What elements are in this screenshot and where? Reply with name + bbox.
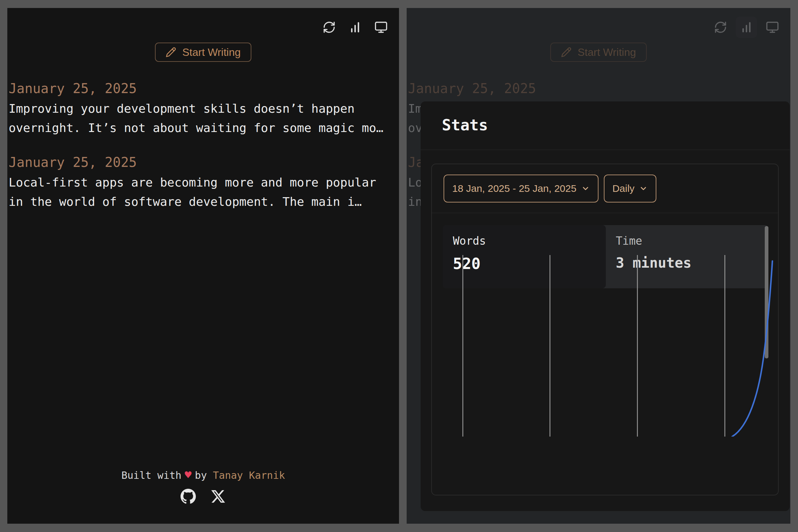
start-writing-button[interactable]: Start Writing xyxy=(155,42,251,62)
words-line-chart xyxy=(432,255,778,437)
pencil-icon xyxy=(166,47,176,58)
refresh-button xyxy=(710,17,731,38)
stats-button-active xyxy=(736,17,757,38)
time-label: Time xyxy=(616,234,758,247)
refresh-icon xyxy=(323,21,336,34)
toolbar xyxy=(319,17,392,38)
x-link[interactable] xyxy=(210,489,226,506)
app-window-left: Start Writing January 25, 2025 Improving… xyxy=(7,8,399,524)
entry-preview-line: in the world of software development. Th… xyxy=(8,192,398,211)
bar-chart-icon xyxy=(348,21,362,34)
controls-divider xyxy=(432,213,778,213)
granularity-value: Daily xyxy=(612,183,635,194)
entry-preview-line: Improving your development skills doesn’… xyxy=(8,99,398,118)
footer: Built with♥by Tanay Karnik xyxy=(7,468,399,506)
entry-item[interactable]: January 25, 2025 Improving your developm… xyxy=(8,80,398,138)
entry-item[interactable]: January 25, 2025 Local-first apps are be… xyxy=(8,154,398,211)
entry-preview-line: overnight. It’s not about waiting for so… xyxy=(8,118,398,138)
built-with-text: Built with xyxy=(121,470,182,481)
chevron-down-icon xyxy=(639,184,648,193)
github-link[interactable] xyxy=(180,489,196,506)
by-text: by xyxy=(195,470,207,481)
stats-content-box: 18 Jan, 2025 - 25 Jan, 2025 Daily Words … xyxy=(431,164,779,495)
bar-chart-icon xyxy=(740,21,753,34)
words-label: Words xyxy=(453,234,596,247)
author-link[interactable]: Tanay Karnik xyxy=(213,470,285,481)
monitor-icon xyxy=(374,21,388,34)
display-mode-button[interactable] xyxy=(370,17,392,38)
pencil-icon xyxy=(561,47,572,58)
app-window-right: Start Writing January 25, 2025 Improving… xyxy=(407,8,790,524)
social-links xyxy=(7,489,399,506)
granularity-dropdown[interactable]: Daily xyxy=(604,174,657,203)
entry-list: January 25, 2025 Improving your developm… xyxy=(8,80,398,228)
entry-date: January 25, 2025 xyxy=(8,154,398,170)
modal-divider xyxy=(421,150,790,150)
date-range-dropdown[interactable]: 18 Jan, 2025 - 25 Jan, 2025 xyxy=(443,174,598,203)
entry-preview-line: Local-first apps are becoming more and m… xyxy=(8,173,398,192)
refresh-icon xyxy=(714,21,727,34)
date-range-value: 18 Jan, 2025 - 25 Jan, 2025 xyxy=(452,183,576,194)
entry-date: January 25, 2025 xyxy=(408,80,789,96)
words-series-line xyxy=(732,261,773,437)
refresh-button[interactable] xyxy=(319,17,340,38)
stats-modal-title: Stats xyxy=(442,116,488,134)
start-writing-button: Start Writing xyxy=(550,42,646,62)
monitor-icon xyxy=(766,21,779,34)
stats-controls: 18 Jan, 2025 - 25 Jan, 2025 Daily xyxy=(443,174,657,203)
credit-line: Built with♥by Tanay Karnik xyxy=(7,468,399,481)
stats-modal: Stats 18 Jan, 2025 - 25 Jan, 2025 Daily … xyxy=(421,101,790,511)
entry-date: January 25, 2025 xyxy=(8,80,398,96)
stats-button[interactable] xyxy=(344,17,366,38)
start-writing-label: Start Writing xyxy=(577,46,636,58)
heart-icon: ♥ xyxy=(185,468,191,481)
x-icon xyxy=(210,489,226,504)
start-writing-label: Start Writing xyxy=(182,46,241,58)
display-mode-button xyxy=(762,17,783,38)
toolbar xyxy=(710,17,783,38)
github-icon xyxy=(180,489,196,504)
chevron-down-icon xyxy=(581,184,590,193)
